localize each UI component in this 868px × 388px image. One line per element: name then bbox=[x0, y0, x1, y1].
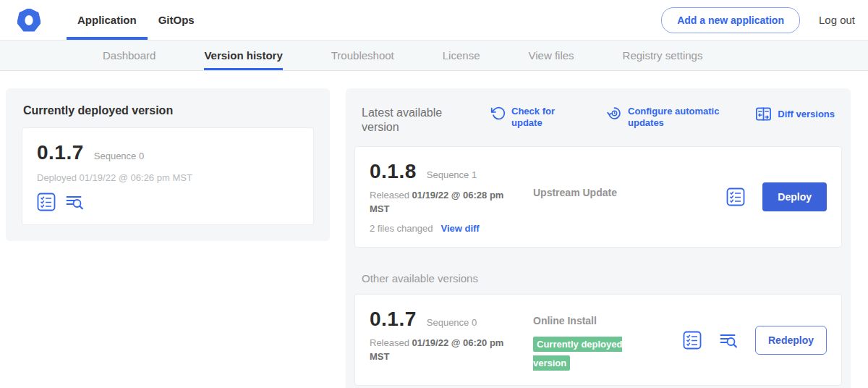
available-title: Latest available version bbox=[362, 106, 470, 135]
kots-logo-icon bbox=[17, 9, 41, 32]
deploy-button[interactable]: Deploy bbox=[762, 182, 827, 211]
check-for-update-label: Check for update bbox=[511, 106, 558, 128]
tab-troubleshoot[interactable]: Troubleshoot bbox=[331, 41, 394, 70]
released-label: Released bbox=[370, 337, 409, 348]
other-versions-title: Other available versions bbox=[362, 272, 842, 284]
logout-link[interactable]: Log out bbox=[819, 14, 856, 26]
configure-automatic-updates-button[interactable]: Configure automatic updates bbox=[607, 106, 725, 128]
other-version-number: 0.1.7 bbox=[370, 308, 417, 331]
latest-version-card: 0.1.8 Sequence 1 Released 01/19/22 @ 06:… bbox=[354, 146, 842, 248]
view-logs-icon[interactable] bbox=[719, 331, 738, 350]
app-subnav: Dashboard Version history Troubleshoot L… bbox=[0, 41, 868, 71]
deployed-panel-title: Currently deployed version bbox=[23, 104, 314, 117]
top-header: Application GitOps Add a new application… bbox=[0, 0, 868, 41]
refresh-icon bbox=[490, 106, 506, 121]
nav-application[interactable]: Application bbox=[67, 0, 148, 40]
released-label: Released bbox=[370, 190, 409, 201]
other-version-card: 0.1.7 Sequence 0 Released 01/19/22 @ 06:… bbox=[354, 294, 842, 387]
latest-source-label: Upstream Update bbox=[533, 187, 617, 198]
currently-deployed-panel: Currently deployed version 0.1.7 Sequenc… bbox=[6, 88, 330, 241]
nav-gitops[interactable]: GitOps bbox=[148, 0, 205, 40]
latest-released-line: Released 01/19/22 @ 06:28 pm MST bbox=[370, 189, 514, 216]
tab-version-history[interactable]: Version history bbox=[204, 41, 282, 70]
redeploy-button[interactable]: Redeploy bbox=[755, 326, 827, 355]
diff-versions-button[interactable]: Diff versions bbox=[755, 106, 835, 122]
add-application-button[interactable]: Add a new application bbox=[661, 7, 800, 33]
auto-update-clock-icon bbox=[607, 106, 622, 121]
files-changed-label: 2 files changed bbox=[370, 223, 433, 234]
latest-sequence: Sequence 1 bbox=[427, 169, 477, 180]
nav-application-label: Application bbox=[77, 14, 137, 26]
latest-version-number: 0.1.8 bbox=[370, 160, 417, 183]
view-diff-link[interactable]: View diff bbox=[441, 223, 479, 234]
deployed-sequence: Sequence 0 bbox=[94, 151, 144, 161]
config-checklist-icon[interactable] bbox=[683, 331, 702, 350]
tab-view-files[interactable]: View files bbox=[528, 41, 574, 70]
available-versions-panel: Latest available version Check for updat… bbox=[346, 88, 851, 388]
diff-versions-icon bbox=[755, 106, 772, 122]
check-for-update-button[interactable]: Check for update bbox=[490, 106, 558, 128]
config-checklist-icon[interactable] bbox=[726, 187, 745, 206]
other-source-label: Online Install bbox=[533, 315, 597, 326]
config-checklist-icon[interactable] bbox=[37, 193, 56, 211]
other-released-line: Released 01/19/22 @ 06:20 pm MST bbox=[370, 337, 514, 364]
configure-automatic-updates-label: Configure automatic updates bbox=[628, 106, 725, 128]
deployed-version-card: 0.1.7 Sequence 0 Deployed 01/19/22 @ 06:… bbox=[22, 127, 314, 225]
deployed-timestamp: Deployed 01/19/22 @ 06:26 pm MST bbox=[37, 172, 299, 183]
app-logo bbox=[17, 0, 41, 40]
deployed-version-number: 0.1.7 bbox=[37, 141, 84, 164]
tab-license[interactable]: License bbox=[443, 41, 480, 70]
other-sequence: Sequence 0 bbox=[427, 317, 477, 328]
tab-dashboard[interactable]: Dashboard bbox=[103, 41, 156, 70]
view-logs-icon[interactable] bbox=[65, 193, 84, 211]
nav-gitops-label: GitOps bbox=[158, 14, 195, 26]
tab-registry-settings[interactable]: Registry settings bbox=[623, 41, 703, 70]
currently-deployed-badge: Currently deployed version bbox=[533, 337, 622, 371]
diff-versions-label: Diff versions bbox=[778, 109, 835, 120]
available-header: Latest available version Check for updat… bbox=[354, 98, 842, 135]
main-content: Currently deployed version 0.1.7 Sequenc… bbox=[0, 71, 868, 388]
